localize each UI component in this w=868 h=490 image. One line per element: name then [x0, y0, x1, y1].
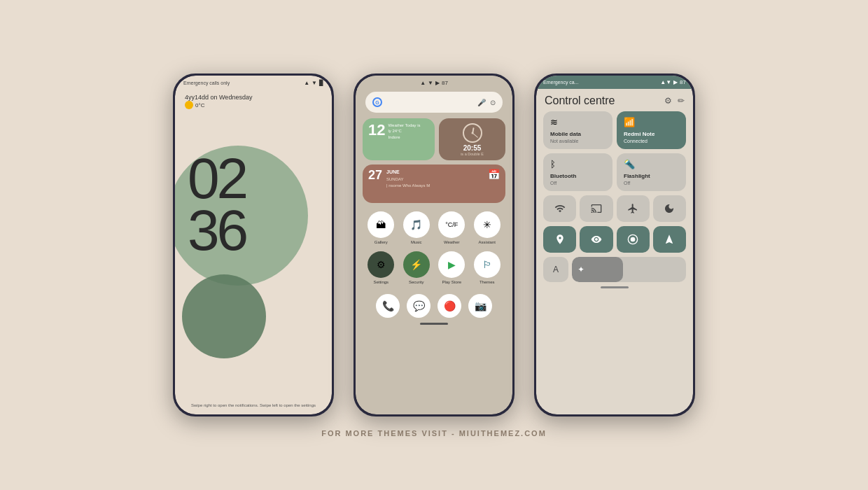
app-weather[interactable]: °C/F Weather	[436, 211, 468, 244]
clock-center-dot	[471, 132, 473, 134]
bluetooth-label: Bluetooth	[550, 173, 606, 179]
wifi-small-tile[interactable]	[543, 195, 576, 222]
bluetooth-icon-row: ᛒ	[550, 159, 606, 169]
assistant-label: Assistant	[479, 240, 496, 244]
bluetooth-tile[interactable]: ᛒ Bluetooth Off	[543, 153, 612, 191]
weather-label: Weather	[444, 240, 460, 244]
signal-up-icon: ▲	[420, 80, 426, 86]
app-settings[interactable]: ⚙ Settings	[365, 251, 397, 284]
gallery-label: Gallery	[374, 240, 388, 244]
calendar-icon: 📅	[488, 169, 500, 180]
signal-icon: ▲	[304, 80, 309, 86]
phone1-status-icons: ▲ ▼ ▉	[304, 80, 323, 86]
app-assistant[interactable]: ✳ Assistant	[472, 211, 503, 244]
phone1-temp: 0°C	[195, 102, 204, 108]
cal-month: JUNE	[386, 169, 430, 176]
eye-comfort-tile[interactable]	[580, 226, 612, 253]
security-icon: ⚡	[403, 251, 430, 278]
flashlight-sub: Off	[624, 181, 679, 186]
wifi-tile[interactable]: 📶 Redmi Note Connected	[617, 111, 686, 149]
music-icon: 🎵	[403, 211, 430, 238]
clock-time: 20:55	[463, 144, 482, 152]
mobile-data-icon-row: ≋	[550, 117, 606, 127]
themes-label: Themes	[479, 280, 495, 284]
phone-3: Emergency ca... ▲▼ ▶ 87 Control centre ⚙…	[534, 74, 695, 416]
signal3-icon: ▲▼	[660, 79, 671, 85]
google-logo: G	[372, 97, 382, 107]
cal-date: 27	[368, 169, 382, 181]
cal-info: JUNE SUNDAY | nsome Who Always M	[386, 169, 430, 189]
app-themes[interactable]: 🏳 Themes	[472, 251, 503, 284]
wifi-label: Redmi Note	[624, 131, 679, 137]
weather-city: Indore	[388, 134, 420, 140]
battery-icon: ▉	[319, 80, 323, 86]
calendar-widget: 27 JUNE SUNDAY | nsome Who Always M 📅	[363, 164, 505, 203]
weather-widget: 12 Weather Today is ly 24°C Indore	[363, 118, 435, 160]
dock-phone[interactable]: 📞	[376, 294, 400, 318]
edit-icon[interactable]: ✏	[678, 96, 685, 106]
dock-row: 📞 💬 🔴 📷	[356, 290, 512, 321]
clock-sub: is a Double E	[461, 152, 484, 156]
gallery-icon: 🏔	[368, 211, 394, 238]
microphone-icon[interactable]: 🎤	[477, 99, 486, 106]
control-centre-title: Control centre	[545, 94, 615, 107]
search-bar[interactable]: G 🎤 ⊙	[365, 92, 503, 113]
tile-row-1: ≋ Mobile data Not available 📶 Redmi Note…	[536, 111, 693, 149]
small-tiles-row2	[536, 226, 693, 253]
brightness-bar[interactable]: ✦	[572, 257, 686, 282]
playstore-label: Play Store	[442, 280, 461, 284]
brightness-row: A ✦	[536, 257, 693, 282]
dock-camera[interactable]: 📷	[468, 294, 492, 318]
reading-mode-tile[interactable]	[617, 226, 650, 253]
circle-medium	[182, 274, 266, 358]
app-gallery[interactable]: 🏔 Gallery	[365, 211, 397, 244]
phone1-screen: Emergency calls only ▲ ▼ ▉ 4yy14dd on We…	[175, 76, 332, 414]
phone2-home-indicator	[420, 323, 448, 325]
wifi-tile-icon: 📶	[624, 117, 635, 127]
flashlight-tile[interactable]: 🔦 Flashlight Off	[617, 153, 686, 191]
wifi-icon: ▼	[312, 80, 317, 86]
mobile-data-tile[interactable]: ≋ Mobile data Not available	[543, 111, 612, 149]
lens-icon[interactable]: ⊙	[490, 99, 496, 106]
themes-icon: 🏳	[474, 251, 500, 278]
navigation-tile[interactable]	[653, 226, 686, 253]
svg-point-1	[631, 237, 636, 242]
app-music[interactable]: 🎵 Music	[401, 211, 433, 244]
search-icons: 🎤 ⊙	[477, 99, 496, 106]
weather-temp: ly 24°C	[388, 128, 420, 134]
screen-cast-tile[interactable]	[580, 195, 612, 222]
phone3-screen: Emergency ca... ▲▼ ▶ 87 Control centre ⚙…	[536, 76, 693, 414]
dock-messages[interactable]: 💬	[407, 294, 430, 318]
phone-2: ▲ ▼ ▶ 87 G 🎤 ⊙ 12	[354, 74, 514, 416]
mobile-data-sub: Not available	[550, 139, 606, 144]
app-playstore[interactable]: ▶ Play Store	[436, 251, 468, 284]
flashlight-icon: 🔦	[624, 159, 635, 169]
settings-gear-icon[interactable]: ⚙	[664, 96, 672, 106]
night-mode-tile[interactable]	[653, 195, 686, 222]
phone1-date: 4yy14dd on Wednesday	[185, 94, 322, 101]
settings-icon: ⚙	[368, 251, 394, 278]
widgets-row: 12 Weather Today is ly 24°C Indore	[356, 118, 512, 160]
signal2-icon: ▶	[435, 80, 440, 86]
auto-brightness-tile[interactable]: A	[543, 257, 568, 282]
phone1-status-text: Emergency calls only	[183, 80, 230, 85]
dock-chrome[interactable]: 🔴	[438, 294, 461, 318]
music-label: Music	[411, 240, 422, 244]
wifi2-icon: ▼	[428, 80, 433, 86]
phone1-weather: 0°C	[185, 101, 322, 109]
bluetooth-icon: ᛒ	[550, 159, 556, 169]
phone-1: Emergency calls only ▲ ▼ ▉ 4yy14dd on We…	[173, 74, 334, 416]
battery2-icon: 87	[442, 80, 448, 86]
location-tile[interactable]	[543, 226, 576, 253]
phone2-status-icons: ▲ ▼ ▶ 87	[420, 80, 448, 86]
auto-label: A	[553, 265, 559, 274]
app-security[interactable]: ⚡ Security	[401, 251, 433, 284]
airplane-tile[interactable]	[617, 195, 650, 222]
wifi3-icon: ▶	[673, 79, 678, 85]
app-grid-row1: 🏔 Gallery 🎵 Music °C/F Weather ✳ Assista…	[356, 209, 512, 244]
wifi-tile-icon-row: 📶	[624, 117, 679, 127]
phones-container: Emergency calls only ▲ ▼ ▉ 4yy14dd on We…	[173, 74, 695, 416]
phone1-bottom-text: Swipe right to open the notifications. S…	[175, 403, 332, 407]
cal-event: | nsome Who Always M	[386, 183, 430, 189]
app-grid-row2: ⚙ Settings ⚡ Security ▶ Play Store 🏳 The…	[356, 248, 512, 284]
